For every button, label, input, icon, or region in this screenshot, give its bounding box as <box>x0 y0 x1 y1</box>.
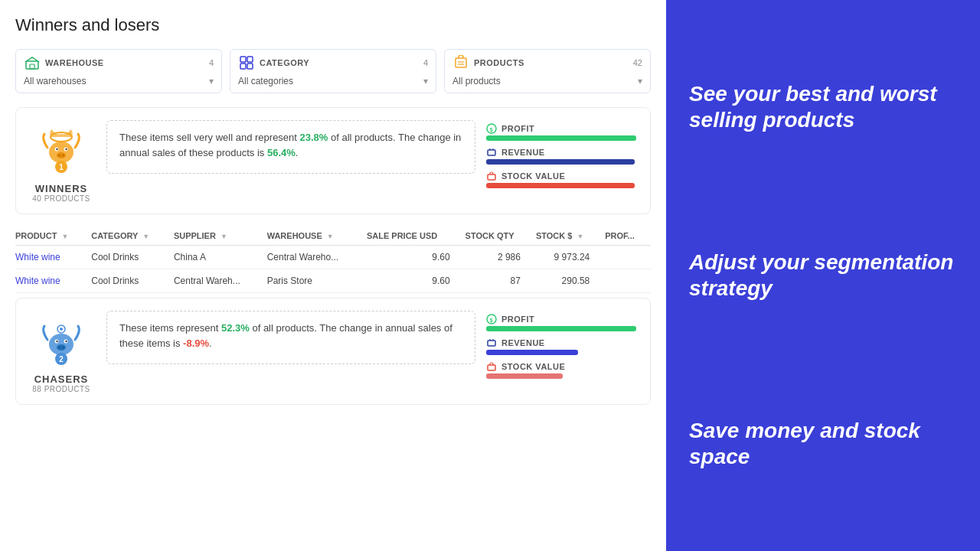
winners-profit-metric: $ PROFIT <box>486 123 639 141</box>
winners-stock-label: STOCK VALUE <box>501 171 565 181</box>
page-title: Winners and losers <box>15 15 651 35</box>
warehouse-chevron-icon: ▾ <box>209 76 214 86</box>
winners-revenue-label: REVENUE <box>501 148 545 157</box>
svg-point-16 <box>58 155 60 157</box>
category-select[interactable]: All categories ▾ <box>238 74 428 88</box>
svg-text:2: 2 <box>59 355 64 364</box>
table-row: White wine Cool Drinks China A Central W… <box>15 246 651 269</box>
col-profit: PROF... <box>605 227 651 246</box>
category-icon <box>238 54 255 71</box>
filter-row: WAREHOUSE 4 All warehouses ▾ CAT <box>15 49 651 93</box>
svg-rect-4 <box>240 64 246 69</box>
warehouse-count: 4 <box>209 58 214 67</box>
svg-point-32 <box>65 341 67 342</box>
left-panel: Winners and losers WAREHOUSE 4 All wareh… <box>0 0 666 551</box>
products-count: 42 <box>633 58 642 67</box>
right-section-1: See your best and worst selling products <box>689 81 957 132</box>
winners-metrics: $ PROFIT REVENUE STOCK VALUE <box>486 120 639 188</box>
svg-rect-2 <box>240 57 246 62</box>
col-stock-dollar[interactable]: STOCK $ ▼ <box>536 227 605 246</box>
chasers-stock-metric: STOCK VALUE <box>486 361 639 379</box>
winners-card: 1 WINNERS 40 PRODUCTS These items sell v… <box>15 107 651 214</box>
warehouse-select[interactable]: All warehouses ▾ <box>24 74 214 88</box>
svg-rect-3 <box>247 57 253 62</box>
chasers-stock-bar <box>486 373 563 379</box>
right-section-3: Save money and stock space <box>689 418 957 469</box>
svg-point-31 <box>56 341 57 342</box>
winners-description: These items sell very well and represent… <box>106 120 475 174</box>
sale-price-cell: 9.60 <box>367 246 466 269</box>
category-cell: Cool Drinks <box>91 269 174 293</box>
winners-icon-area: 1 WINNERS 40 PRODUCTS <box>27 120 96 203</box>
chasers-description: These items represent 52.3% of all produ… <box>106 311 475 364</box>
chasers-icon-area: 2 CHASERS 88 PRODUCTS <box>27 311 96 393</box>
chasers-profit-metric: $ PROFIT <box>486 314 639 331</box>
warehouse-filter-icon: ▼ <box>327 233 334 240</box>
winners-profit-label: PROFIT <box>501 124 534 133</box>
svg-rect-1 <box>30 64 34 69</box>
right-section-2: Adjust your segmentation strategy <box>689 249 957 301</box>
svg-point-13 <box>56 148 57 150</box>
svg-text:$: $ <box>490 318 493 324</box>
svg-rect-22 <box>488 150 495 155</box>
products-select[interactable]: All products ▾ <box>452 74 642 88</box>
svg-point-34 <box>58 347 60 349</box>
stock-dollar-cell: 9 973.24 <box>536 246 605 269</box>
chasers-revenue-metric: REVENUE <box>486 337 639 355</box>
col-warehouse[interactable]: WAREHOUSE ▼ <box>267 227 367 246</box>
warehouse-label: WAREHOUSE <box>45 58 104 67</box>
products-table: PRODUCT ▼ CATEGORY ▼ SUPPLIER ▼ WAREHOUS… <box>15 227 651 293</box>
svg-point-27 <box>60 328 63 331</box>
products-filter[interactable]: PRODUCTS 42 All products ▾ <box>444 49 651 93</box>
products-table-section: PRODUCT ▼ CATEGORY ▼ SUPPLIER ▼ WAREHOUS… <box>15 227 651 293</box>
warehouse-cell: Central Wareho... <box>267 246 367 269</box>
winners-profit-bar <box>486 135 636 141</box>
winners-revenue-bar <box>486 159 635 165</box>
supplier-cell: Central Wareh... <box>174 269 267 293</box>
right-heading-3: Save money and stock space <box>689 418 957 469</box>
winners-label: WINNERS <box>35 183 87 194</box>
supplier-cell: China A <box>174 246 267 269</box>
category-filter[interactable]: CATEGORY 4 All categories ▾ <box>230 49 436 93</box>
stock-qty-cell: 87 <box>466 269 536 293</box>
svg-text:1: 1 <box>59 163 64 171</box>
right-panel: See your best and worst selling products… <box>666 0 980 551</box>
stock-dollar-filter-icon: ▼ <box>577 233 583 240</box>
winners-sublabel: 40 PRODUCTS <box>32 194 90 203</box>
chasers-revenue-bar <box>486 350 578 355</box>
col-product[interactable]: PRODUCT ▼ <box>15 227 91 246</box>
profit-cell <box>605 246 651 269</box>
product-cell[interactable]: White wine <box>15 246 91 269</box>
chasers-card: 2 CHASERS 88 PRODUCTS These items repres… <box>15 298 651 405</box>
svg-rect-43 <box>488 365 495 370</box>
warehouse-icon <box>24 54 41 71</box>
category-cell: Cool Drinks <box>91 246 174 269</box>
svg-point-35 <box>62 347 64 349</box>
col-category[interactable]: CATEGORY ▼ <box>91 227 174 246</box>
right-heading-2: Adjust your segmentation strategy <box>689 249 957 301</box>
product-filter-icon: ▼ <box>61 233 68 240</box>
chasers-profit-label: PROFIT <box>501 315 534 324</box>
svg-point-17 <box>62 155 64 157</box>
chasers-sublabel: 88 PRODUCTS <box>32 385 90 393</box>
svg-rect-40 <box>488 341 495 346</box>
table-row: White wine Cool Drinks Central Wareh... … <box>15 269 651 293</box>
col-supplier[interactable]: SUPPLIER ▼ <box>174 227 267 246</box>
category-chevron-icon: ▾ <box>423 76 428 86</box>
winners-stock-metric: STOCK VALUE <box>486 171 639 188</box>
winners-stock-bar <box>486 183 635 188</box>
chasers-badge: 2 <box>34 314 89 369</box>
warehouse-filter[interactable]: WAREHOUSE 4 All warehouses ▾ <box>15 49 222 93</box>
profit-cell <box>605 269 651 293</box>
product-cell[interactable]: White wine <box>15 269 91 293</box>
warehouse-cell: Paris Store <box>267 269 367 293</box>
stock-qty-cell: 2 986 <box>466 246 536 269</box>
col-sale-price: SALE PRICE USD <box>367 227 466 246</box>
svg-point-33 <box>57 344 66 350</box>
category-count: 4 <box>423 58 428 67</box>
category-filter-icon: ▼ <box>142 233 149 240</box>
sale-price-cell: 9.60 <box>367 269 466 293</box>
svg-text:$: $ <box>490 127 493 133</box>
svg-rect-0 <box>26 61 38 69</box>
products-chevron-icon: ▾ <box>638 76 642 86</box>
